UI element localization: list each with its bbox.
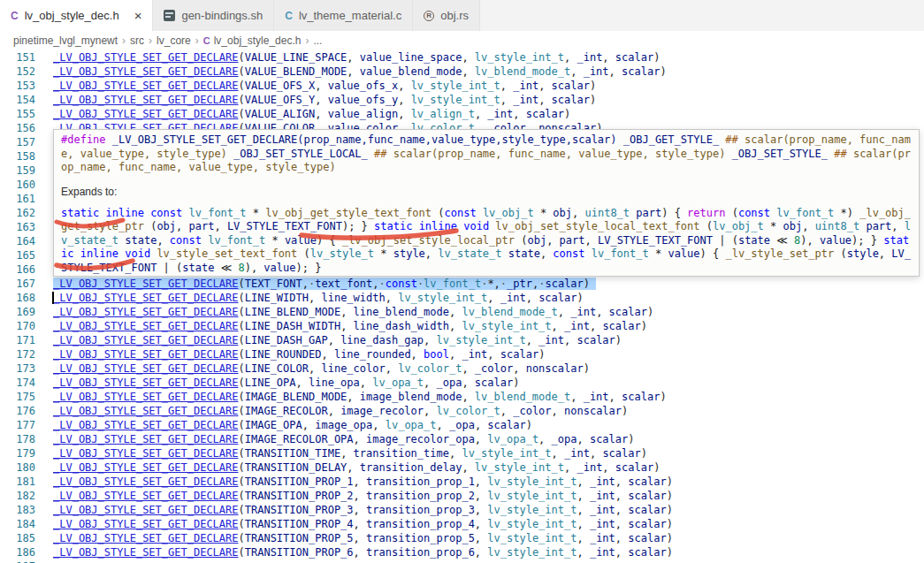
breadcrumb-item[interactable]: ... bbox=[313, 34, 322, 47]
breadcrumb-item[interactable]: lv_core bbox=[157, 34, 191, 47]
code-line-173[interactable]: 173_LV_OBJ_STYLE_SET_GET_DECLARE(LINE_CO… bbox=[0, 361, 924, 376]
code-line-170[interactable]: 170_LV_OBJ_STYLE_SET_GET_DECLARE(LINE_DA… bbox=[0, 319, 924, 333]
line-number[interactable]: 182 bbox=[0, 489, 35, 503]
code-line-177[interactable]: 177_LV_OBJ_STYLE_SET_GET_DECLARE(IMAGE_O… bbox=[0, 418, 924, 432]
line-number[interactable]: 184 bbox=[0, 517, 35, 531]
code-line-186[interactable]: 186_LV_OBJ_STYLE_SET_GET_DECLARE(TRANSIT… bbox=[0, 545, 924, 559]
breadcrumb-item[interactable]: src bbox=[130, 34, 144, 47]
line-number[interactable]: 161 bbox=[0, 192, 35, 206]
c-header-file-icon: C bbox=[203, 35, 210, 46]
line-number[interactable]: 186 bbox=[0, 545, 35, 559]
breadcrumb-label: src bbox=[130, 34, 144, 47]
line-number[interactable]: 185 bbox=[0, 531, 35, 545]
code-line-151[interactable]: 151_LV_OBJ_STYLE_SET_GET_DECLARE(VALUE_L… bbox=[0, 50, 924, 65]
line-number[interactable]: 156 bbox=[0, 121, 35, 135]
line-text: _LV_OBJ_STYLE_SET_GET_DECLARE(LINE_COLOR… bbox=[53, 361, 590, 376]
tab-label: lv_theme_material.c bbox=[299, 9, 401, 22]
line-text: _LV_OBJ_STYLE_SET_GET_DECLARE(VALUE_ALIG… bbox=[53, 107, 570, 121]
line-number[interactable]: 153 bbox=[0, 79, 35, 93]
tab-gen-bindings.sh[interactable]: gen-bindings.sh bbox=[153, 0, 274, 31]
line-number[interactable]: 173 bbox=[0, 361, 35, 376]
line-text: _LV_OBJ_STYLE_SET_GET_DECLARE(LINE_DASH_… bbox=[53, 319, 647, 333]
breadcrumb-item[interactable]: Clv_obj_style_dec.h bbox=[203, 34, 302, 47]
line-number[interactable]: 159 bbox=[0, 164, 35, 178]
line-number[interactable]: 167 bbox=[0, 277, 35, 291]
code-line-154[interactable]: 154_LV_OBJ_STYLE_SET_GET_DECLARE(VALUE_O… bbox=[0, 93, 924, 107]
breadcrumb-item[interactable]: pinetime_lvgl_mynewt bbox=[13, 34, 118, 47]
code-line-181[interactable]: 181_LV_OBJ_STYLE_SET_GET_DECLARE(TRANSIT… bbox=[0, 475, 924, 489]
code-line-171[interactable]: 171_LV_OBJ_STYLE_SET_GET_DECLARE(LINE_DA… bbox=[0, 333, 924, 347]
code-line-184[interactable]: 184_LV_OBJ_STYLE_SET_GET_DECLARE(TRANSIT… bbox=[0, 517, 924, 531]
code-line-183[interactable]: 183_LV_OBJ_STYLE_SET_GET_DECLARE(TRANSIT… bbox=[0, 503, 924, 517]
line-number[interactable]: 154 bbox=[0, 93, 35, 107]
breadcrumb-label: pinetime_lvgl_mynewt bbox=[13, 34, 118, 47]
breadcrumb-separator: › bbox=[305, 34, 309, 47]
text-cursor bbox=[52, 292, 54, 304]
line-number[interactable]: 158 bbox=[0, 149, 35, 164]
code-line-182[interactable]: 182_LV_OBJ_STYLE_SET_GET_DECLARE(TRANSIT… bbox=[0, 489, 924, 503]
close-tab-button[interactable]: × bbox=[134, 9, 142, 22]
line-number[interactable]: 175 bbox=[0, 390, 35, 404]
line-number[interactable]: 177 bbox=[0, 418, 35, 432]
line-number[interactable]: 160 bbox=[0, 178, 35, 192]
line-number[interactable]: 162 bbox=[0, 206, 35, 220]
code-editor[interactable]: #define _LV_OBJ_STYLE_SET_GET_DECLARE(pr… bbox=[0, 50, 924, 563]
line-text: _LV_OBJ_STYLE_SET_GET_DECLARE(TRANSITION… bbox=[53, 475, 673, 489]
c-header-file-icon: C bbox=[11, 10, 19, 22]
code-line-168[interactable]: 168_LV_OBJ_STYLE_SET_GET_DECLARE(LINE_WI… bbox=[0, 291, 924, 305]
tab-lv_theme_material.c[interactable]: Clv_theme_material.c bbox=[274, 0, 413, 31]
line-number[interactable]: 172 bbox=[0, 347, 35, 361]
line-number[interactable]: 187 bbox=[0, 559, 35, 563]
line-text: _LV_OBJ_STYLE_SET_GET_DECLARE(LINE_OPA, … bbox=[53, 376, 519, 390]
line-number[interactable]: 157 bbox=[0, 135, 35, 149]
code-line-153[interactable]: 153_LV_OBJ_STYLE_SET_GET_DECLARE(VALUE_O… bbox=[0, 79, 924, 93]
code-line-178[interactable]: 178_LV_OBJ_STYLE_SET_GET_DECLARE(IMAGE_R… bbox=[0, 432, 924, 446]
macro-expansion-text: static inline const lv_font_t * lv_obj_g… bbox=[61, 207, 912, 276]
line-text: _LV_OBJ_STYLE_SET_GET_DECLARE(LINE_DASH_… bbox=[53, 333, 622, 347]
line-number[interactable]: 169 bbox=[0, 305, 35, 319]
tab-obj.rs[interactable]: Robj.rs bbox=[413, 0, 480, 31]
shell-script-file-icon bbox=[164, 10, 175, 21]
line-number[interactable]: 179 bbox=[0, 446, 35, 460]
code-line-179[interactable]: 179_LV_OBJ_STYLE_SET_GET_DECLARE(TRANSIT… bbox=[0, 446, 924, 460]
line-number[interactable]: 170 bbox=[0, 319, 35, 333]
breadcrumb-separator: › bbox=[195, 34, 199, 47]
line-number[interactable]: 163 bbox=[0, 220, 35, 234]
line-number[interactable]: 181 bbox=[0, 475, 35, 489]
line-number[interactable]: 166 bbox=[0, 262, 35, 277]
tab-lv_obj_style_dec.h[interactable]: Clv_obj_style_dec.h× bbox=[0, 0, 153, 31]
breadcrumb: pinetime_lvgl_mynewt›src›lv_core›Clv_obj… bbox=[0, 31, 924, 50]
line-number[interactable]: 176 bbox=[0, 404, 35, 418]
line-number[interactable]: 151 bbox=[0, 50, 35, 65]
line-number[interactable]: 183 bbox=[0, 503, 35, 517]
line-text: _LV_OBJ_STYLE_SET_GET_DECLARE(LINE_ROUND… bbox=[53, 347, 545, 361]
code-line-167[interactable]: 167_LV_OBJ_STYLE_SET_GET_DECLARE(TEXT_FO… bbox=[0, 277, 924, 291]
tab-label: lv_obj_style_dec.h bbox=[25, 9, 119, 22]
code-line-152[interactable]: 152_LV_OBJ_STYLE_SET_GET_DECLARE(VALUE_B… bbox=[0, 65, 924, 79]
code-line-180[interactable]: 180_LV_OBJ_STYLE_SET_GET_DECLARE(TRANSIT… bbox=[0, 460, 924, 475]
line-number[interactable]: 152 bbox=[0, 65, 35, 79]
line-text: _LV_OBJ_STYLE_SET_GET_DECLARE(IMAGE_RECO… bbox=[53, 404, 628, 418]
line-number[interactable]: 165 bbox=[0, 248, 35, 262]
rust-file-icon: R bbox=[424, 11, 434, 21]
code-line-155[interactable]: 155_LV_OBJ_STYLE_SET_GET_DECLARE(VALUE_A… bbox=[0, 107, 924, 121]
line-number[interactable]: 171 bbox=[0, 333, 35, 347]
code-line-185[interactable]: 185_LV_OBJ_STYLE_SET_GET_DECLARE(TRANSIT… bbox=[0, 531, 924, 545]
whitespace-dot: · bbox=[379, 278, 386, 290]
line-number[interactable]: 174 bbox=[0, 376, 35, 390]
line-text: _LV_OBJ_STYLE_SET_GET_DECLARE(TRANSITION… bbox=[53, 446, 647, 460]
c-source-file-icon: C bbox=[285, 10, 293, 22]
line-number[interactable]: 164 bbox=[0, 234, 35, 248]
code-line-174[interactable]: 174_LV_OBJ_STYLE_SET_GET_DECLARE(LINE_OP… bbox=[0, 376, 924, 390]
line-number[interactable]: 178 bbox=[0, 432, 35, 446]
code-line-175[interactable]: 175_LV_OBJ_STYLE_SET_GET_DECLARE(IMAGE_B… bbox=[0, 390, 924, 404]
line-text: _LV_OBJ_STYLE_SET_GET_DECLARE(IMAGE_BLEN… bbox=[53, 390, 667, 404]
line-text: _LV_OBJ_STYLE_SET_GET_DECLARE(TRANSITION… bbox=[53, 460, 660, 475]
code-line-176[interactable]: 176_LV_OBJ_STYLE_SET_GET_DECLARE(IMAGE_R… bbox=[0, 404, 924, 418]
line-number[interactable]: 155 bbox=[0, 107, 35, 121]
code-line-187[interactable]: 187 bbox=[0, 559, 924, 563]
code-line-172[interactable]: 172_LV_OBJ_STYLE_SET_GET_DECLARE(LINE_RO… bbox=[0, 347, 924, 361]
code-line-169[interactable]: 169_LV_OBJ_STYLE_SET_GET_DECLARE(LINE_BL… bbox=[0, 305, 924, 319]
line-number[interactable]: 180 bbox=[0, 460, 35, 475]
line-number[interactable]: 168 bbox=[0, 291, 35, 305]
